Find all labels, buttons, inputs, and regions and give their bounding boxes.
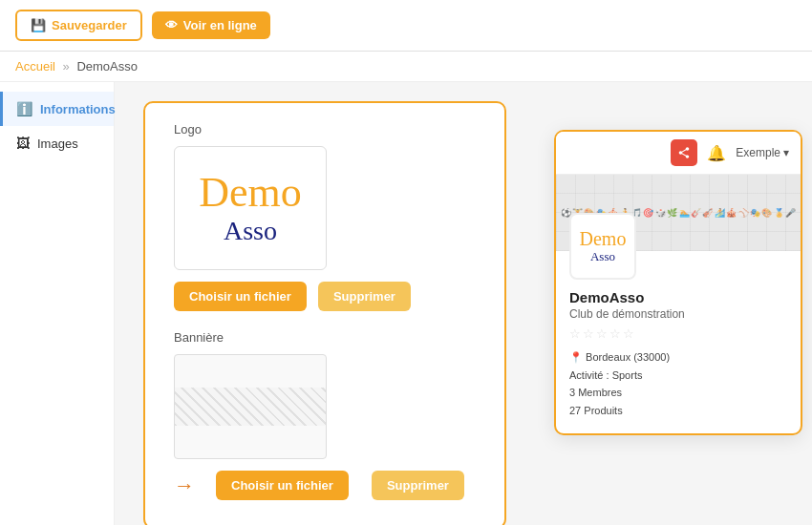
preview-card: 🔔 Exemple ▾ ⚽🏋🎨🎭🎪 🏃🎵🎯🎲🌿 🏊🎸🎻🏄🎪 ⚾🎭🎨	[554, 130, 802, 435]
logo-text: Demo Asso	[199, 170, 302, 245]
preview-org-subtitle: Club de démonstration	[569, 307, 787, 321]
info-icon: ℹ️	[16, 101, 32, 116]
sidebar: ℹ️ Informations 🖼 Images	[0, 82, 115, 525]
arrow-icon: →	[174, 473, 195, 498]
bell-icon: 🔔	[707, 144, 726, 162]
content-area: Logo Demo Asso Choisir un fichier Suppri…	[115, 82, 812, 525]
logo-label: Logo	[174, 122, 476, 136]
banner-buttons: → Choisir un fichier Supprimer	[174, 471, 476, 500]
preview-share-icon	[671, 139, 697, 166]
preview-org-name: DemoAsso	[569, 289, 787, 305]
preview-topbar: 🔔 Exemple ▾	[556, 132, 801, 175]
sidebar-item-informations[interactable]: ℹ️ Informations	[0, 92, 114, 126]
sidebar-item-images[interactable]: 🖼 Images	[0, 126, 114, 160]
preview-stars: ☆☆☆☆☆	[569, 326, 787, 341]
preview-banner-container: ⚽🏋🎨🎭🎪 🏃🎵🎯🎲🌿 🏊🎸🎻🏄🎪 ⚾🎭🎨🏅🎤 Demo Asso	[556, 175, 801, 251]
preview-logo-text: Demo Asso	[580, 228, 627, 264]
logo-section: Logo Demo Asso Choisir un fichier Suppri…	[174, 122, 476, 311]
save-button[interactable]: 💾 Sauvegarder	[15, 10, 142, 41]
location-icon: 📍	[569, 351, 583, 363]
image-icon: 🖼	[16, 136, 30, 151]
main-layout: ℹ️ Informations 🖼 Images Logo Demo Asso	[0, 82, 812, 525]
eye-icon: 👁	[165, 18, 178, 32]
preview-details: 📍 Bordeaux (33000) Activité : Sports 3 M…	[569, 348, 787, 420]
logo-preview-box: Demo Asso	[174, 146, 327, 270]
logo-line1: Demo	[199, 170, 302, 216]
main-panel: Logo Demo Asso Choisir un fichier Suppri…	[143, 101, 506, 525]
chevron-down-icon: ▾	[783, 146, 789, 159]
logo-choose-button[interactable]: Choisir un fichier	[174, 282, 307, 311]
logo-line2: Asso	[199, 217, 302, 246]
banner-pattern	[175, 388, 326, 426]
view-online-button[interactable]: 👁 Voir en ligne	[152, 11, 270, 39]
banner-choose-button[interactable]: Choisir un fichier	[216, 471, 349, 500]
breadcrumb-home[interactable]: Accueil	[15, 59, 55, 74]
breadcrumb-current: DemoAsso	[76, 59, 138, 74]
banner-preview-box	[174, 354, 327, 459]
banner-arrow-indicator: ←	[799, 201, 802, 223]
banner-delete-button[interactable]: Supprimer	[372, 471, 464, 500]
preview-logo-overlay: Demo Asso	[569, 213, 636, 280]
logo-delete-button[interactable]: Supprimer	[318, 282, 411, 311]
example-dropdown[interactable]: Exemple ▾	[736, 146, 789, 159]
toolbar: 💾 Sauvegarder 👁 Voir en ligne	[0, 0, 812, 52]
breadcrumb: Accueil » DemoAsso	[0, 52, 812, 82]
logo-buttons: Choisir un fichier Supprimer	[174, 282, 476, 311]
banner-section: Bannière → Choisir un fichier Supprimer	[174, 330, 476, 500]
banner-label: Bannière	[174, 330, 476, 345]
save-icon: 💾	[31, 18, 46, 32]
